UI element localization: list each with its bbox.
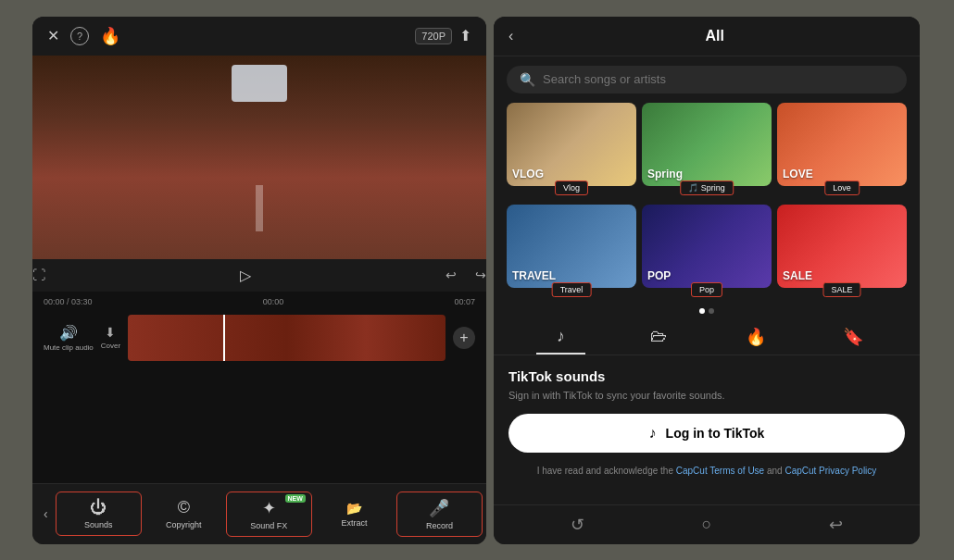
music-card-vlog[interactable]: VLOG	[507, 103, 636, 186]
music-card-vlog-bg: VLOG	[507, 103, 636, 186]
music-card-pop-tag[interactable]: Pop	[691, 282, 722, 297]
music-card-vlog-tag[interactable]: Vlog	[555, 180, 588, 195]
soundfx-icon: ✦	[262, 498, 276, 518]
search-icon: 🔍	[520, 72, 535, 87]
help-icon[interactable]: ?	[70, 27, 89, 45]
tab-tiktok[interactable]: ♪	[512, 319, 609, 355]
cover-button[interactable]: ⬇ Cover	[101, 325, 120, 350]
right-back-button[interactable]: ‹	[508, 28, 513, 44]
music-card-pop-title: POP	[647, 269, 671, 282]
new-badge: NEW	[285, 494, 306, 503]
copyright-icon: ©	[178, 498, 190, 517]
tab-folder[interactable]: 🗁	[609, 319, 707, 355]
music-card-travel-tag[interactable]: Travel	[552, 282, 592, 297]
sounds-icon: ⏻	[90, 498, 107, 517]
nav-refresh-icon[interactable]: ↺	[571, 515, 584, 535]
mute-audio-button[interactable]: 🔊 Mute clip audio	[44, 324, 94, 352]
toolbar-item-copyright[interactable]: © Copyright	[142, 492, 226, 535]
toolbar-item-extract[interactable]: 📂 Extract	[312, 495, 396, 533]
undo-icon[interactable]: ↩	[446, 268, 457, 282]
sounds-label: Sounds	[84, 520, 113, 529]
music-card-sale-bg: SALE	[777, 205, 907, 288]
music-card-love-wrapper: LOVE Love	[777, 103, 907, 186]
toolbar-item-record[interactable]: 🎤 Record	[396, 492, 483, 537]
upload-icon[interactable]: ⬆	[459, 27, 471, 44]
timeline-cursor	[223, 315, 225, 361]
toolbar-back-arrow[interactable]: ‹	[36, 506, 56, 521]
right-panel-title: All	[524, 28, 905, 44]
playback-controls: ⛶ ▷ ↩ ↪	[32, 259, 486, 292]
music-card-travel-title: TRAVEL	[512, 269, 556, 282]
tiktok-section: TikTok sounds Sign in with TikTok to syn…	[494, 355, 920, 504]
tiktok-logo-small: ♪	[649, 425, 657, 442]
bookmark-tab-icon: 🔖	[843, 327, 863, 347]
record-label: Record	[426, 521, 453, 530]
soundfx-label: Sound FX	[250, 521, 287, 530]
terms-link2[interactable]: CapCut Privacy Policy	[785, 466, 876, 476]
marker1: 00:00	[263, 297, 284, 306]
music-card-spring-title: Spring	[647, 168, 683, 180]
timeline-header: 00:00 / 03:30 00:00 00:07	[44, 297, 475, 306]
fullscreen-icon[interactable]: ⛶	[32, 268, 45, 282]
bottom-nav: ↺ ○ ↩	[494, 504, 920, 544]
music-card-love[interactable]: LOVE	[777, 103, 907, 186]
music-grid-row2: TRAVEL Travel POP Pop SALE	[494, 205, 920, 301]
music-card-travel-bg: TRAVEL	[507, 205, 636, 288]
search-bar[interactable]: 🔍	[507, 66, 907, 93]
music-card-pop-wrapper: POP Pop	[642, 205, 772, 288]
music-card-pop[interactable]: POP	[642, 205, 772, 288]
redo-icon[interactable]: ↪	[475, 268, 486, 282]
add-track-button[interactable]: +	[453, 327, 475, 349]
extract-label: Extract	[341, 518, 367, 528]
video-preview	[32, 56, 486, 259]
music-card-vlog-wrapper: VLOG Vlog	[507, 103, 636, 186]
marker2: 00:07	[454, 297, 475, 306]
search-input[interactable]	[543, 72, 894, 86]
fire-icon: 🔥	[100, 26, 120, 46]
login-tiktok-button[interactable]: ♪ Log in to TikTok	[508, 414, 905, 453]
right-header: ‹ All	[494, 17, 920, 56]
nav-home-icon[interactable]: ○	[702, 515, 712, 535]
login-button-label: Log in to TikTok	[666, 426, 765, 441]
terms-link1[interactable]: CapCut Terms of Use	[676, 466, 764, 476]
music-card-spring[interactable]: Spring	[642, 103, 772, 186]
music-card-travel[interactable]: TRAVEL	[507, 205, 636, 288]
top-bar-left: ✕ ? 🔥	[47, 26, 120, 46]
terms-text: I have read and acknowledge the CapCut T…	[508, 464, 905, 478]
music-card-travel-wrapper: TRAVEL Travel	[507, 205, 636, 288]
music-card-spring-tag[interactable]: 🎵 Spring	[680, 180, 734, 195]
top-bar-center: 720P ⬆	[415, 27, 471, 44]
close-icon[interactable]: ✕	[47, 27, 59, 44]
tiktok-tab-icon: ♪	[557, 327, 565, 346]
tab-bookmark[interactable]: 🔖	[804, 319, 901, 355]
music-card-vlog-title: VLOG	[512, 168, 544, 180]
music-card-spring-bg: Spring	[642, 103, 772, 186]
music-card-spring-wrapper: Spring 🎵 Spring	[642, 103, 772, 186]
timecode: 00:00 / 03:30	[44, 297, 93, 306]
tab-fire[interactable]: 🔥	[707, 319, 804, 355]
extract-icon: 📂	[346, 501, 362, 516]
tiktok-section-subtitle: Sign in with TikTok to sync your favorit…	[508, 390, 905, 401]
quality-badge[interactable]: 720P	[415, 28, 452, 44]
bottom-tabs: ♪ 🗁 🔥 🔖	[494, 319, 920, 355]
terms-prefix: I have read and acknowledge the	[537, 466, 676, 476]
dot-1	[699, 308, 705, 314]
toolbar-item-sounds[interactable]: ⏻ Sounds	[56, 492, 142, 536]
timeline-tracks: 🔊 Mute clip audio ⬇ Cover +	[44, 310, 475, 366]
fire-tab-icon: 🔥	[746, 327, 766, 347]
terms-and: and	[764, 466, 785, 476]
bottom-toolbar: ‹ ⏻ Sounds © Copyright NEW ✦ Sound FX 📂 …	[32, 483, 486, 544]
music-card-sale-wrapper: SALE SALE	[777, 205, 907, 288]
tiktok-section-title: TikTok sounds	[508, 368, 905, 384]
dot-2	[709, 308, 714, 314]
toolbar-item-soundfx[interactable]: NEW ✦ Sound FX	[226, 492, 312, 537]
top-bar: ✕ ? 🔥 720P ⬆	[32, 17, 486, 56]
music-card-sale-tag[interactable]: SALE	[822, 282, 860, 297]
music-card-pop-bg: POP	[642, 205, 772, 288]
play-button[interactable]: ▷	[240, 267, 251, 284]
pagination-dots	[494, 306, 920, 319]
nav-back-icon[interactable]: ↩	[829, 515, 843, 535]
video-bg	[32, 56, 486, 259]
music-card-sale[interactable]: SALE	[777, 205, 907, 288]
music-card-love-tag[interactable]: Love	[824, 180, 860, 195]
